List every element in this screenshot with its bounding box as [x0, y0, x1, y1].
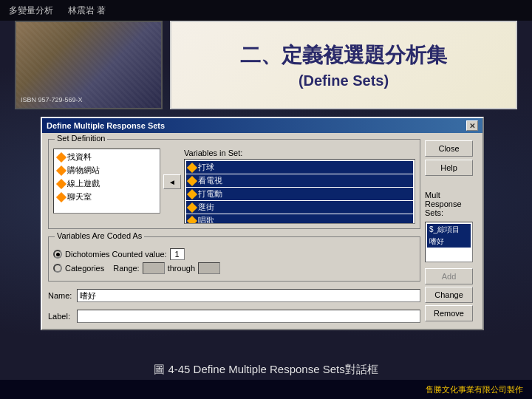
left-panel: Set Definition 找資料 購物網站 [48, 139, 420, 323]
change-button[interactable]: Change [425, 287, 473, 303]
top-bar: 多變量分析 林震岩 著 [0, 0, 532, 21]
categories-label: Categories [65, 264, 104, 273]
label-field-row: Label: [48, 310, 420, 323]
app-title: 多變量分析 [9, 4, 53, 17]
list-item[interactable]: 唱歌 [186, 214, 413, 224]
dialog-titlebar: Define Multiple Response Sets ✕ [42, 118, 482, 133]
list-item[interactable]: 線上遊戲 [55, 177, 158, 190]
mult-response-item[interactable]: $_綜項目 [427, 224, 471, 236]
list-item[interactable]: 打球 [186, 161, 413, 174]
coded-as-group: Variables Are Coded As Dichotomies Count… [48, 236, 420, 282]
label-field-input[interactable] [77, 310, 420, 323]
categories-radio[interactable] [53, 264, 62, 273]
right-panel: Close Help Mult Response Sets: $_綜項目 嗜好 … [425, 139, 477, 323]
variables-in-set-column: Variables in Set: 打球 看電視 [184, 149, 415, 224]
diamond-icon [187, 188, 197, 199]
list-item[interactable]: 逛街 [186, 201, 413, 214]
label-field-label: Label: [48, 312, 74, 321]
close-button[interactable]: Close [425, 140, 473, 157]
caption-text: 圖 4-45 Define Multiple Response Sets對話框 [154, 363, 378, 375]
book-isbn: ISBN 957-729-569-X [21, 96, 83, 103]
author-name: 林震岩 著 [68, 4, 106, 17]
variables-in-set-label: Variables in Set: [184, 149, 415, 157]
diamond-icon [187, 202, 197, 212]
dichotomies-row: Dichotomies Counted value: [53, 248, 415, 260]
range-from-input[interactable] [143, 262, 165, 274]
remove-button[interactable]: Remove [425, 305, 473, 321]
diamond-icon [187, 162, 197, 172]
mult-response-item[interactable]: 嗜好 [427, 236, 471, 248]
footer-text: 售勝文化事業有限公司製作 [426, 384, 523, 395]
footer: 售勝文化事業有限公司製作 [0, 380, 532, 399]
diamond-icon [56, 165, 66, 175]
diamond-icon [56, 178, 66, 188]
heading-chinese: 二、定義複選題分析集 [240, 41, 447, 69]
list-item[interactable]: 聊天室 [55, 191, 158, 203]
main-heading-area: 二、定義複選題分析集 (Define Sets) [170, 21, 517, 109]
arrow-area: ◄ [163, 149, 181, 189]
bottom-caption: 圖 4-45 Define Multiple Response Sets對話框 [0, 363, 532, 377]
action-buttons: Add Change Remove [425, 268, 477, 321]
dichotomies-label: Dichotomies Counted value: [65, 250, 167, 259]
list-item[interactable]: 打電動 [186, 188, 413, 200]
mult-response-label: Mult Response Sets: [425, 191, 477, 217]
diamond-icon [56, 191, 66, 202]
name-field-row: Name: [48, 289, 420, 302]
book-cover: ISBN 957-729-569-X [15, 21, 163, 109]
set-def-column: 找資料 購物網站 線上遊戲 [53, 149, 160, 214]
counted-value-input[interactable] [170, 248, 185, 260]
list-item[interactable]: 購物網站 [55, 164, 158, 177]
diamond-icon [56, 151, 66, 162]
range-label: Range: [113, 264, 139, 273]
categories-row: Categories Range: through [53, 262, 415, 274]
arrow-button[interactable]: ◄ [163, 174, 181, 189]
dichotomies-radio[interactable] [53, 250, 62, 259]
diamond-icon [187, 175, 197, 185]
name-field-label: Name: [48, 291, 74, 300]
add-button[interactable]: Add [425, 268, 473, 284]
set-definition-listbox[interactable]: 找資料 購物網站 線上遊戲 [53, 149, 160, 214]
dialog-content: Set Definition 找資料 購物網站 [42, 133, 482, 329]
spacer [425, 179, 477, 185]
dialog-close-button[interactable]: ✕ [466, 120, 478, 131]
list-item[interactable]: 看電視 [186, 174, 413, 187]
heading-english: (Define Sets) [299, 72, 389, 89]
dialog-title: Define Multiple Response Sets [47, 121, 165, 130]
coded-as-label: Variables Are Coded As [55, 231, 144, 240]
set-definition-label: Set Definition [55, 134, 107, 143]
diamond-icon [187, 215, 197, 224]
set-definition-group: Set Definition 找資料 購物網站 [48, 139, 420, 229]
range-to-input[interactable] [198, 262, 220, 274]
set-vars-row: 找資料 購物網站 線上遊戲 [53, 149, 415, 224]
through-label: through [168, 264, 195, 273]
mult-response-listbox[interactable]: $_綜項目 嗜好 [425, 222, 473, 262]
dialog-define-multiple-response-sets: Define Multiple Response Sets ✕ Set Defi… [41, 117, 484, 330]
help-button[interactable]: Help [425, 160, 473, 176]
variables-in-set-listbox[interactable]: 打球 看電視 打電動 [184, 159, 415, 224]
name-field-input[interactable] [77, 289, 420, 302]
list-item[interactable]: 找資料 [55, 151, 158, 163]
